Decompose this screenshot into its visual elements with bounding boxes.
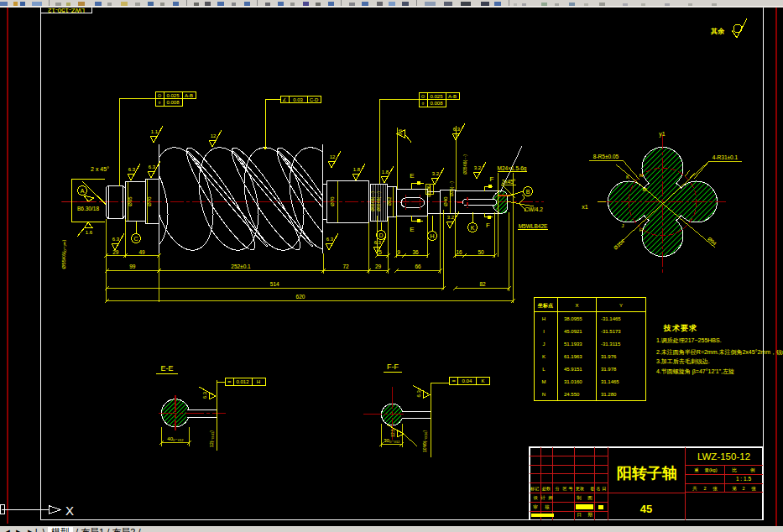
svg-text:共: 共 — [692, 486, 697, 491]
svg-text:72: 72 — [342, 263, 349, 269]
svg-text:0.03: 0.03 — [293, 97, 303, 102]
svg-text:图: 图 — [587, 495, 592, 501]
svg-text:6.3: 6.3 — [453, 127, 461, 132]
svg-text:66: 66 — [415, 263, 421, 269]
svg-text:0.025: 0.025 — [166, 93, 180, 98]
svg-text:标记: 标记 — [530, 486, 539, 492]
svg-text:重: 重 — [694, 467, 699, 472]
svg-text:号: 号 — [569, 486, 573, 491]
svg-text:A-B: A-B — [448, 94, 457, 99]
svg-text:Ø35K6(···): Ø35K6(···) — [462, 154, 467, 175]
svg-text:252±0.1: 252±0.1 — [231, 263, 251, 269]
svg-text:C: C — [133, 236, 138, 242]
svg-text:45: 45 — [640, 503, 652, 515]
svg-text:Ø55K6(···): Ø55K6(···) — [376, 191, 381, 211]
svg-text:514: 514 — [270, 281, 279, 287]
svg-text:⌽: ⌽ — [421, 101, 425, 106]
svg-text:31.0160: 31.0160 — [564, 379, 582, 384]
svg-text:Ø51f6: Ø51f6 — [426, 185, 431, 197]
svg-text:5: 5 — [378, 249, 382, 255]
svg-text:张: 张 — [713, 486, 718, 492]
svg-text:N: N — [639, 173, 643, 178]
svg-text:6.3: 6.3 — [374, 240, 382, 245]
svg-text:张: 张 — [751, 486, 756, 492]
svg-text:L: L — [542, 367, 545, 372]
svg-text:Ø104: Ø104 — [613, 238, 625, 251]
svg-text:61.1963: 61.1963 — [564, 354, 582, 359]
svg-text:12: 12 — [330, 154, 336, 159]
svg-text:例: 例 — [749, 467, 755, 473]
svg-text:1.8: 1.8 — [353, 167, 361, 172]
svg-text:M24×1.5-6g: M24×1.5-6g — [498, 165, 527, 172]
svg-text:620: 620 — [296, 294, 305, 300]
svg-text:Ø70: Ø70 — [330, 196, 335, 206]
svg-text:H: H — [542, 316, 545, 321]
svg-text:40₀₋₀₁₂: 40₀₋₀₁₂ — [167, 436, 184, 441]
svg-text:2 x 45°: 2 x 45° — [91, 166, 109, 172]
svg-text:Ø70: Ø70 — [147, 196, 152, 206]
svg-text:2.未注圆角半径R=2mm.未注倒角2x45°2mm，锐mm: 2.未注圆角半径R=2mm.未注倒角2x45°2mm，锐mm — [656, 348, 783, 356]
svg-text:Ø55K6(₀₊₁ₐₑ): Ø55K6(₀₊₁ₐₑ) — [61, 240, 66, 269]
svg-text:区: 区 — [563, 486, 567, 491]
svg-text:H: H — [639, 227, 643, 232]
svg-text:0.008: 0.008 — [430, 101, 443, 106]
svg-text:6.3: 6.3 — [149, 164, 156, 170]
svg-text:N: N — [542, 392, 545, 397]
svg-text:9: 9 — [397, 249, 400, 255]
svg-text:51.1933: 51.1933 — [564, 342, 582, 347]
svg-text:师: 师 — [548, 495, 553, 500]
svg-text:Ø35(···): Ø35(···) — [449, 181, 454, 196]
svg-text:2: 2 — [742, 486, 744, 491]
svg-text:M: M — [542, 379, 546, 384]
svg-text:4.节圆螺旋角 β=47°12’1”,左旋: 4.节圆螺旋角 β=47°12’1”,左旋 — [656, 368, 734, 375]
svg-text:-31.5173: -31.5173 — [601, 329, 621, 334]
svg-text:第: 第 — [732, 486, 737, 491]
svg-text:3.2: 3.2 — [474, 165, 482, 170]
svg-text:B: B — [526, 189, 530, 195]
svg-text:审: 审 — [533, 504, 538, 509]
svg-text:6.3: 6.3 — [398, 129, 403, 136]
svg-text:0.012: 0.012 — [236, 379, 249, 384]
svg-text:2x45°: 2x45° — [502, 179, 516, 185]
svg-text:K: K — [481, 378, 484, 383]
svg-text:F: F — [490, 175, 494, 183]
svg-text:C-D: C-D — [310, 97, 319, 102]
svg-text:31.976: 31.976 — [601, 354, 617, 359]
svg-text:Ø55K6(···): Ø55K6(···) — [370, 191, 375, 211]
svg-text:B6.30/18: B6.30/18 — [77, 206, 99, 211]
svg-text:2: 2 — [703, 486, 706, 491]
svg-text:M: M — [643, 187, 647, 192]
svg-text:12.5: 12.5 — [390, 429, 395, 437]
svg-text:45.0921: 45.0921 — [564, 329, 582, 334]
svg-text:29: 29 — [375, 263, 382, 269]
svg-text:LWZ-150-12: LWZ-150-12 — [697, 451, 750, 462]
svg-text:50: 50 — [478, 249, 484, 255]
svg-text:日: 日 — [603, 486, 607, 492]
svg-text:45.9151: 45.9151 — [564, 367, 582, 372]
svg-text:J: J — [622, 223, 624, 228]
svg-text:X: X — [575, 303, 578, 308]
svg-text:1 : 1.5: 1 : 1.5 — [736, 476, 751, 482]
svg-text:K: K — [471, 225, 475, 231]
svg-text:Ø52: Ø52 — [387, 197, 392, 206]
svg-text:⌽: ⌽ — [158, 100, 161, 105]
svg-text:31.1465: 31.1465 — [601, 379, 619, 384]
svg-text:y1: y1 — [659, 131, 666, 138]
svg-text:6.3: 6.3 — [326, 237, 334, 242]
svg-text:处数: 处数 — [542, 486, 551, 492]
svg-text:期: 期 — [587, 512, 592, 517]
svg-text:分: 分 — [556, 486, 560, 491]
svg-text:6.3: 6.3 — [128, 167, 136, 172]
svg-text:F: F — [486, 222, 490, 229]
svg-text:Ø65: Ø65 — [128, 196, 133, 206]
svg-text:1.调质处理217~255HBS.: 1.调质处理217~255HBS. — [656, 337, 722, 344]
svg-text:阳转子轴: 阳转子轴 — [617, 465, 677, 482]
svg-text:其余: 其余 — [710, 28, 725, 35]
svg-text:更改: 更改 — [576, 486, 584, 491]
svg-text:LWZ-150-12: LWZ-150-12 — [48, 7, 85, 14]
svg-text:3.加工后去毛刺锐边.: 3.加工后去毛刺锐边. — [656, 358, 710, 365]
svg-text:K: K — [626, 175, 629, 180]
svg-text:6.3: 6.3 — [202, 391, 207, 399]
svg-text:核: 核 — [544, 504, 550, 509]
svg-text:31.978: 31.978 — [601, 367, 617, 372]
